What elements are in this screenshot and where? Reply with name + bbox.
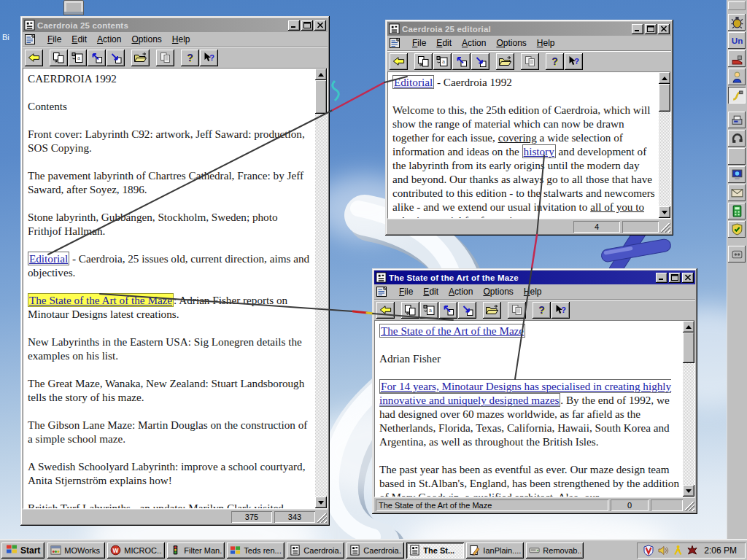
scrollbar-thumb[interactable] [315,80,327,114]
scroll-down-button[interactable] [659,206,670,218]
minimize-button[interactable] [656,273,667,283]
close-button[interactable] [658,24,670,34]
side-phone-button[interactable] [728,130,746,147]
desktop-icon-label[interactable]: Bi [2,33,9,42]
vertical-scrollbar[interactable] [315,69,327,508]
document-icon[interactable] [376,286,388,298]
open-folder-button[interactable] [483,302,501,319]
menu-item-action[interactable]: Action [444,285,478,298]
link-down-button[interactable] [458,302,476,319]
copy-pages-button[interactable] [401,302,419,319]
menu-item-edit[interactable]: Edit [431,36,457,50]
help-button[interactable]: ?? [533,302,551,319]
scrollbar-thumb[interactable] [659,84,670,112]
resize-grip[interactable] [317,513,327,523]
copy-pages-button[interactable] [414,53,433,70]
scroll-down-button[interactable] [683,485,694,497]
side-recorder-button[interactable] [728,246,746,262]
taskbar-button-removab[interactable]: Removab... [526,542,584,559]
side-shield2-button[interactable] [728,221,746,238]
taskbar-button-microc[interactable]: WMICROC... [107,542,165,559]
copy-docs-button[interactable] [156,50,174,66]
side-tool-button[interactable] [728,50,746,67]
maximize-button[interactable] [669,273,681,283]
menu-item-file[interactable]: File [394,285,418,298]
menu-item-file[interactable]: File [407,36,431,50]
copy-docs-button[interactable] [508,302,526,319]
menu-item-help[interactable]: Help [532,36,560,50]
title-bar[interactable]: Caerdroia 25 editorial [387,22,671,36]
title-bar[interactable]: The State of the Art of the Maze [374,271,695,284]
side-bug-button[interactable] [728,14,746,31]
person-icon[interactable] [672,545,684,556]
maximize-button[interactable] [301,20,313,31]
open-folder-button[interactable] [131,50,150,66]
side-cable-button[interactable] [728,87,746,104]
link-up-button[interactable] [88,50,106,66]
context-help-button[interactable]: ? [200,50,218,66]
help-button[interactable]: ?? [546,53,564,70]
partial-desktop-icon[interactable] [63,0,84,15]
taskbar-button-tedsren[interactable]: Teds ren... [227,542,285,559]
link-up-button[interactable] [439,302,457,319]
resize-grip[interactable] [685,502,694,511]
scroll-up-button[interactable] [683,321,694,332]
menu-item-action[interactable]: Action [92,33,126,46]
hyperlink[interactable]: Editorial [28,252,69,265]
scrollbar-thumb[interactable] [683,332,694,363]
hyperlink[interactable]: The State of the Art of the Maze [28,293,174,307]
side-monitor-button[interactable] [728,166,746,183]
copy-pages-button[interactable] [50,50,68,66]
minimize-button[interactable] [632,24,643,34]
menu-item-edit[interactable]: Edit [418,285,444,298]
menu-item-file[interactable]: File [42,33,66,46]
speaker-icon[interactable] [657,545,669,556]
help-button[interactable]: ?? [181,50,199,66]
back-arrow-button[interactable] [376,302,395,319]
side-mail-button[interactable] [728,184,746,201]
hyperlink[interactable]: history [522,144,556,158]
link-up-button[interactable] [452,53,471,70]
vertical-scrollbar[interactable] [683,321,694,497]
hyperlink[interactable]: The State of the Art of the Maze [379,324,525,338]
close-button[interactable] [314,20,326,31]
side-un-button[interactable]: Un [728,32,746,49]
document-icon[interactable] [389,37,401,49]
side-printer-button[interactable] [728,148,746,165]
taskbar-button-caerdroia[interactable]: Caerdroia... [347,542,404,559]
menu-item-help[interactable]: Help [519,285,547,298]
menu-item-options[interactable]: Options [126,33,166,46]
paste-pages-button[interactable]: a [433,53,452,70]
back-arrow-button[interactable] [25,50,43,66]
flower-icon[interactable] [686,545,698,556]
underlined-text[interactable]: covering [498,131,537,144]
paste-pages-button[interactable]: a [420,302,438,319]
resize-grip[interactable] [661,223,670,233]
link-down-button[interactable] [107,50,125,66]
sidebar-handle[interactable] [728,1,746,10]
shieldv-icon[interactable] [643,545,654,556]
menu-item-options[interactable]: Options [478,285,518,298]
document-icon[interactable] [24,34,36,45]
link-down-button[interactable] [471,53,489,70]
side-wizard-button[interactable] [728,69,746,85]
title-bar[interactable]: Caerdroia 25 contents [23,18,328,32]
hyperlink[interactable]: Editorial [392,75,434,89]
context-help-button[interactable]: ? [565,53,583,70]
scroll-down-button[interactable] [315,497,327,508]
menu-item-options[interactable]: Options [491,36,531,50]
scroll-up-button[interactable] [659,72,670,84]
minimize-button[interactable] [288,20,300,31]
start-button[interactable]: Start [1,542,44,559]
copy-docs-button[interactable] [521,53,539,70]
menu-item-edit[interactable]: Edit [66,33,92,46]
menu-item-action[interactable]: Action [457,36,491,50]
taskbar-button-moworks[interactable]: MOWorks [47,542,105,559]
taskbar-button-thest[interactable]: The St... [406,542,464,559]
taskbar-button-filterman[interactable]: Filter Man... [167,542,225,559]
side-fax-button[interactable] [728,112,746,128]
maximize-button[interactable] [645,24,657,34]
scroll-up-button[interactable] [315,69,327,80]
open-folder-button[interactable] [496,53,514,70]
close-button[interactable] [682,273,694,283]
